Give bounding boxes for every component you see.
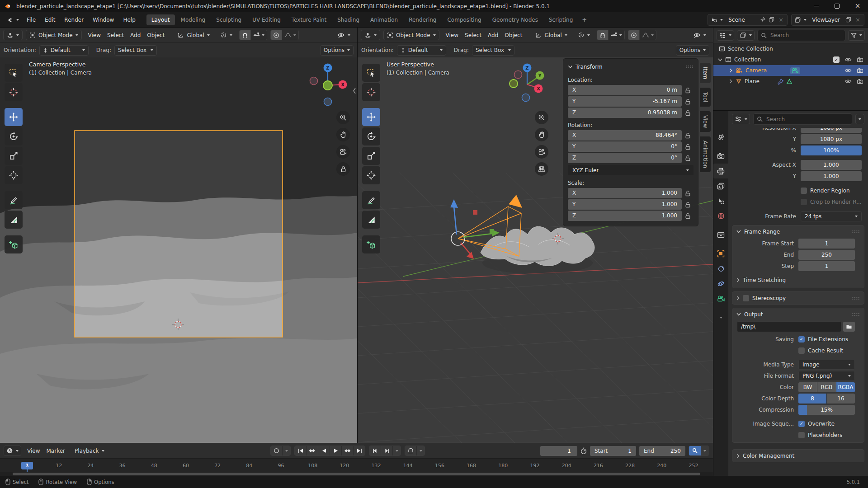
resolution-scale-slider[interactable]: 100% (801, 145, 862, 155)
frame-tick[interactable]: 96 (270, 463, 292, 469)
resolution-y-field[interactable]: 1080 px (801, 134, 862, 144)
frame-tick[interactable]: 84 (238, 463, 260, 469)
tab-scene[interactable] (713, 193, 728, 208)
color-mode-option[interactable]: RGB (817, 382, 836, 392)
location-field[interactable]: Z0.95038 m (568, 108, 682, 118)
render-visibility-icon[interactable] (857, 57, 863, 62)
menu-item[interactable]: Edit (40, 15, 60, 25)
visibility-dropdown[interactable] (334, 30, 354, 40)
chevron-right-icon[interactable] (729, 68, 733, 73)
crop-to-region-checkbox[interactable] (801, 199, 807, 205)
viewport-menu-item[interactable]: View (85, 31, 104, 40)
frame-back-button[interactable] (369, 446, 381, 455)
outliner-display-mode-dropdown[interactable] (717, 30, 734, 41)
preview-range-dropdown[interactable] (416, 446, 425, 455)
collection-checkbox[interactable]: ✓ (833, 56, 840, 63)
color-mode-option[interactable]: RGBA (836, 382, 855, 392)
tab-view-layer[interactable] (713, 178, 728, 193)
chevron-down-icon[interactable] (720, 19, 723, 21)
render-region-checkbox[interactable] (801, 188, 807, 194)
viewport-menu-item[interactable]: Select (462, 31, 485, 40)
pin-icon[interactable] (760, 17, 766, 23)
frame-tick[interactable]: 132 (365, 463, 387, 469)
frame-jump-dropdown[interactable] (392, 446, 401, 455)
timeline-scrollbar-thumb[interactable] (13, 473, 700, 475)
current-frame-field[interactable]: 1 (540, 446, 577, 456)
chevron-down-icon[interactable] (718, 58, 722, 61)
menu-item[interactable]: Render (60, 15, 88, 25)
workspace-tab[interactable]: Rendering (404, 14, 441, 25)
frame-start-field[interactable]: Start1 (590, 446, 636, 456)
file-extensions-checkbox[interactable] (798, 336, 805, 343)
chevron-right-icon[interactable] (729, 79, 733, 84)
scale-field[interactable]: Z1.000 (568, 211, 682, 221)
frame-tick[interactable]: 216 (587, 463, 609, 469)
render-visibility-icon[interactable] (857, 68, 863, 73)
panel-grip-icon[interactable] (852, 296, 860, 300)
tab-render[interactable] (713, 149, 728, 164)
camera-lock-button[interactable] (336, 162, 350, 176)
snap-toggle[interactable] (240, 30, 250, 40)
previous-keyframe-button[interactable] (306, 446, 318, 455)
drag-mode-dropdown[interactable]: Select Box (472, 45, 514, 56)
viewport-menu-item[interactable]: Add (485, 31, 501, 40)
cursor-tool[interactable] (362, 83, 380, 101)
file-format-dropdown[interactable]: PNG (.png) (798, 371, 855, 381)
frame-tick[interactable]: 192 (524, 463, 546, 469)
frame-forward-button[interactable] (381, 446, 392, 455)
pan-button[interactable] (535, 128, 548, 141)
time-stretching-header[interactable]: Time Stretching (732, 274, 864, 286)
frame-tick[interactable]: 144 (397, 463, 419, 469)
zoom-button[interactable] (535, 111, 548, 124)
sidebar-tab[interactable]: Animation (700, 136, 711, 172)
properties-options-dropdown[interactable] (855, 114, 864, 124)
location-field[interactable]: X0 m (568, 85, 682, 95)
panel-grip-icon[interactable] (852, 230, 860, 234)
camera-view-button[interactable] (535, 145, 548, 159)
lock-icon[interactable] (682, 202, 693, 208)
lock-icon[interactable] (682, 155, 693, 161)
add-workspace-button[interactable]: + (578, 15, 591, 24)
workspace-tab[interactable]: Layout (146, 14, 175, 25)
minimize-button[interactable] (806, 0, 826, 12)
outliner-search[interactable] (757, 30, 845, 41)
camera-view-scene[interactable] (0, 57, 357, 443)
frame-range-title[interactable]: Frame Range (744, 229, 780, 235)
color-management-title[interactable]: Color Management (743, 453, 794, 459)
workspace-tab[interactable]: Shading (332, 14, 364, 25)
frame-tick[interactable]: 48 (143, 463, 165, 469)
output-path-field[interactable]: /tmp\ (737, 321, 841, 332)
options-dropdown[interactable]: Options (676, 45, 709, 56)
close-button[interactable]: × (847, 0, 868, 12)
frame-end-field[interactable]: End250 (639, 446, 685, 456)
mode-dropdown[interactable]: Object Mode (26, 30, 82, 40)
sidebar-tab[interactable]: Item (700, 63, 711, 83)
output-title[interactable]: Output (744, 311, 763, 318)
play-button[interactable] (330, 446, 341, 455)
eye-icon[interactable] (844, 57, 852, 62)
frame-tick[interactable]: 204 (556, 463, 577, 469)
annotate-tool[interactable] (362, 191, 380, 209)
outliner-row-plane[interactable]: Plane (713, 76, 868, 87)
properties-scroll-area[interactable]: Resolution X 1080 px Y 1080 px % 100% As… (728, 127, 868, 476)
color-depth-option[interactable]: 16 (827, 394, 855, 404)
frame-tick[interactable]: 12 (48, 463, 70, 469)
frame-step-field[interactable]: 1 (798, 261, 855, 271)
rotate-tool[interactable] (362, 127, 380, 145)
outliner-filter-type-dropdown[interactable] (737, 30, 755, 41)
preview-range-button[interactable] (405, 446, 416, 455)
drag-mode-dropdown[interactable]: Select Box (114, 45, 157, 56)
tab-object[interactable] (713, 246, 728, 261)
browse-folder-button[interactable] (843, 322, 855, 332)
viewport-menu-item[interactable]: Object (144, 31, 168, 40)
frame-tick[interactable]: 36 (112, 463, 133, 469)
lock-icon[interactable] (682, 132, 693, 139)
aspect-y-field[interactable]: 1.000 (801, 171, 862, 181)
aspect-x-field[interactable]: 1.000 (801, 160, 862, 170)
snap-target-dropdown[interactable] (608, 30, 624, 40)
scale-field[interactable]: X1.000 (568, 188, 682, 198)
placeholders-checkbox[interactable] (798, 432, 805, 438)
outliner-row-collection[interactable]: Collection ✓ (713, 54, 868, 65)
pivot-point-dropdown[interactable] (574, 30, 594, 40)
frame-start-field[interactable]: 1 (798, 239, 855, 249)
